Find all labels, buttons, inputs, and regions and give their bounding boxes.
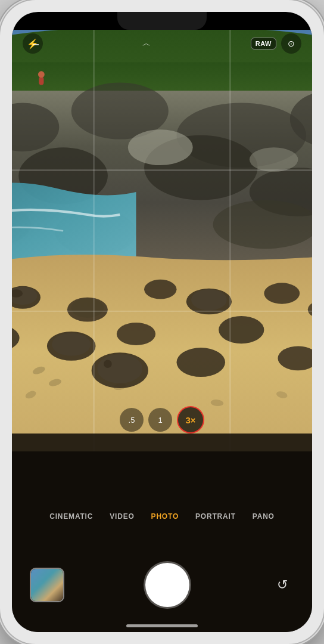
zoom-3x-button[interactable]: 3×: [177, 406, 204, 434]
home-indicator: [126, 624, 198, 627]
svg-point-30: [264, 283, 300, 304]
zoom-controls: .5 1 3×: [120, 406, 204, 434]
viewfinder: [12, 30, 312, 451]
screen: ⚡̶ ︿ RAW ⊙ .5 1 3× CIN: [12, 12, 312, 632]
zoom-0.5x-label: .5: [129, 416, 135, 425]
svg-point-41: [104, 360, 112, 369]
zoom-0.5x-button[interactable]: .5: [120, 408, 144, 432]
svg-point-45: [38, 71, 45, 78]
bottom-controls: ↺: [12, 563, 312, 607]
mode-pano[interactable]: PANO: [253, 512, 275, 521]
top-right-controls: RAW ⊙: [251, 33, 301, 54]
svg-point-36: [117, 323, 155, 345]
svg-point-42: [176, 348, 225, 377]
svg-rect-44: [39, 77, 43, 85]
svg-point-27: [144, 280, 176, 299]
svg-point-40: [97, 354, 142, 383]
phone-frame: ⚡̶ ︿ RAW ⊙ .5 1 3× CIN: [0, 0, 324, 644]
svg-point-15: [250, 147, 298, 172]
notch: [117, 12, 207, 30]
svg-point-29: [191, 289, 227, 310]
mode-photo[interactable]: PHOTO: [151, 512, 179, 521]
svg-point-35: [52, 333, 91, 356]
flash-button[interactable]: ⚡̶: [23, 33, 43, 54]
flip-icon: ↺: [277, 577, 288, 593]
live-photo-button[interactable]: ⊙: [281, 33, 301, 54]
zoom-3x-label: 3×: [185, 415, 195, 425]
mode-cinematic[interactable]: CINEMATIC: [49, 512, 93, 521]
svg-point-26: [71, 298, 104, 318]
thumbnail-image: [31, 569, 63, 601]
svg-point-14: [128, 129, 193, 165]
raw-button[interactable]: RAW: [251, 38, 276, 49]
flip-camera-button[interactable]: ↺: [270, 573, 294, 597]
zoom-1x-label: 1: [158, 416, 162, 425]
mode-video[interactable]: VIDEO: [110, 512, 134, 521]
zoom-1x-button[interactable]: 1: [148, 408, 172, 432]
last-photo-thumbnail[interactable]: [30, 568, 64, 602]
mode-portrait[interactable]: PORTRAIT: [195, 512, 236, 521]
shutter-button[interactable]: [145, 563, 189, 607]
chevron-up-button[interactable]: ︿: [142, 38, 151, 49]
mode-selector: CINEMATIC VIDEO PHOTO PORTRAIT PANO: [12, 512, 312, 521]
flash-off-icon: ⚡̶: [27, 38, 39, 49]
svg-point-37: [219, 316, 264, 343]
top-controls: ⚡̶ ︿ RAW ⊙: [12, 33, 312, 54]
live-icon: ⊙: [288, 39, 295, 48]
